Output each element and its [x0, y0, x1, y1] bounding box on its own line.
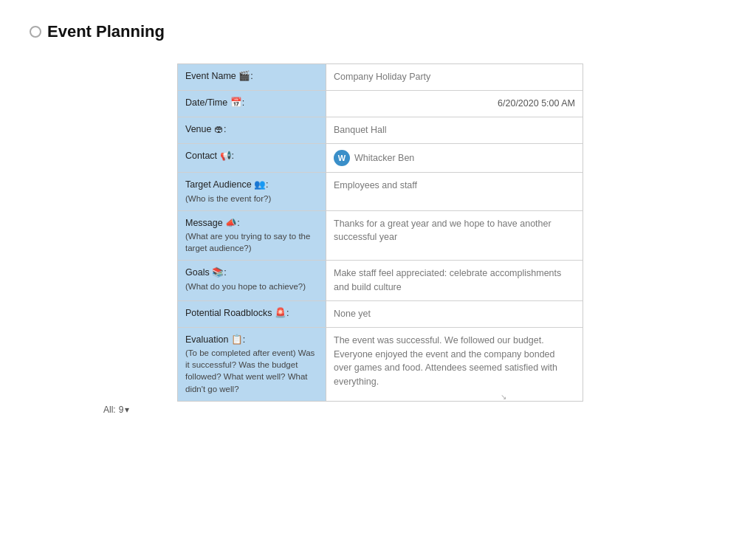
- field-label-contact: Contact 📢:: [178, 144, 326, 172]
- label-main-target-audience: Target Audience 👥:: [185, 179, 318, 192]
- field-value-event-name[interactable]: Company Holiday Party: [326, 64, 583, 90]
- footer-all-label: All:: [103, 405, 116, 415]
- field-value-contact[interactable]: WWhitacker Ben: [326, 144, 583, 172]
- field-label-potential-roadblocks: Potential Roadblocks 🚨:: [178, 301, 326, 327]
- title-circle-icon: [30, 26, 41, 38]
- field-value-message[interactable]: Thanks for a great year and we hope to h…: [326, 211, 583, 261]
- field-label-event-name: Event Name 🎬:: [178, 64, 326, 90]
- field-label-datetime: Date/Time 📅:: [178, 91, 326, 117]
- label-main-contact: Contact 📢:: [185, 150, 318, 163]
- field-label-target-audience: Target Audience 👥:(Who is the event for?…: [178, 173, 326, 210]
- form-row-datetime: Date/Time 📅:6/20/2020 5:00 AM: [178, 91, 583, 117]
- label-sub-evaluation: (To be completed after event) Was it suc…: [185, 347, 318, 394]
- page-container: Event Planning Event Name 🎬:Company Holi…: [0, 0, 756, 437]
- field-value-target-audience[interactable]: Employees and staff: [326, 173, 583, 210]
- contact-row: WWhitacker Ben: [334, 150, 414, 166]
- field-label-goals: Goals 📚:(What do you hope to achieve?): [178, 261, 326, 300]
- form-row-venue: Venue 🏟:Banquet Hall: [178, 117, 583, 144]
- form-wrapper: Event Name 🎬:Company Holiday PartyDate/T…: [103, 63, 509, 402]
- footer-dropdown-icon[interactable]: ▾: [125, 405, 129, 415]
- form-row-message: Message 📣:(What are you trying to say to…: [178, 211, 583, 261]
- footer-row: All: 9 ▾: [103, 405, 726, 415]
- form-row-goals: Goals 📚:(What do you hope to achieve?)Ma…: [178, 261, 583, 301]
- form-row-potential-roadblocks: Potential Roadblocks 🚨:None yet: [178, 301, 583, 328]
- form-row-target-audience: Target Audience 👥:(Who is the event for?…: [178, 173, 583, 211]
- footer-count: 9: [119, 405, 124, 415]
- label-main-datetime: Date/Time 📅:: [185, 97, 318, 110]
- field-label-message: Message 📣:(What are you trying to say to…: [178, 211, 326, 261]
- label-sub-target-audience: (Who is the event for?): [185, 193, 318, 204]
- form-row-event-name: Event Name 🎬:Company Holiday Party: [178, 64, 583, 91]
- field-label-venue: Venue 🏟:: [178, 117, 326, 143]
- field-value-potential-roadblocks[interactable]: None yet: [326, 301, 583, 327]
- contact-avatar: W: [334, 150, 350, 166]
- page-title: Event Planning: [47, 22, 165, 41]
- label-main-evaluation: Evaluation 📋:: [185, 334, 318, 347]
- label-main-goals: Goals 📚:: [185, 266, 318, 280]
- form-table: Event Name 🎬:Company Holiday PartyDate/T…: [177, 63, 583, 402]
- field-value-evaluation[interactable]: The event was successful. We followed ou…: [326, 328, 583, 401]
- label-sub-message: (What are you trying to say to the targe…: [185, 230, 318, 254]
- label-main-event-name: Event Name 🎬:: [185, 70, 318, 83]
- label-main-message: Message 📣:: [185, 217, 318, 230]
- label-main-venue: Venue 🏟:: [185, 123, 318, 137]
- field-value-datetime[interactable]: 6/20/2020 5:00 AM: [326, 91, 583, 117]
- contact-name: Whitacker Ben: [354, 151, 414, 165]
- page-title-row: Event Planning: [30, 22, 726, 41]
- field-value-goals[interactable]: Make staff feel appreciated: celebrate a…: [326, 261, 583, 300]
- field-value-venue[interactable]: Banquet Hall: [326, 117, 583, 143]
- label-sub-goals: (What do you hope to achieve?): [185, 281, 318, 292]
- resize-handle-icon[interactable]: ↘: [501, 393, 509, 402]
- field-label-evaluation: Evaluation 📋:(To be completed after even…: [178, 328, 326, 401]
- label-main-potential-roadblocks: Potential Roadblocks 🚨:: [185, 307, 318, 320]
- form-row-contact: Contact 📢:WWhitacker Ben: [178, 144, 583, 173]
- form-row-evaluation: Evaluation 📋:(To be completed after even…: [178, 328, 583, 401]
